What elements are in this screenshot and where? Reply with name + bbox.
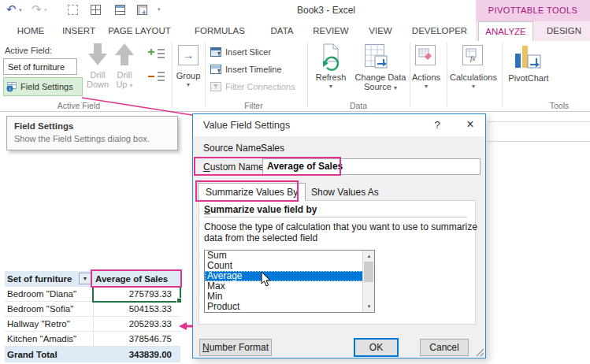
tools-group-label: Tools (536, 101, 583, 110)
field-settings-button[interactable]: i Field Settings (3, 77, 83, 96)
pivot-cell[interactable]: Grand Total (5, 347, 93, 362)
window-grid-icon[interactable] (91, 5, 101, 15)
pivot-header-col1[interactable]: Set of furniture ▼ (5, 271, 93, 287)
scroll-thumb[interactable] (364, 262, 373, 282)
tab-analyze[interactable]: ANALYZE (478, 21, 533, 41)
source-name-label: Source Name: (203, 143, 264, 154)
drill-up-button: Drill Up ▾ (109, 70, 140, 91)
pivot-cell[interactable]: Bedroom "Sofia" (5, 302, 93, 317)
insert-slicer-label: Insert Slicer (225, 47, 271, 57)
pivot-cell[interactable]: 343839.00 (93, 347, 180, 362)
resize-grip[interactable] (475, 347, 484, 357)
actions-button[interactable] (415, 45, 436, 65)
expand-field-icon[interactable] (148, 47, 165, 60)
insert-timeline-button[interactable]: Insert Timeline (210, 63, 282, 76)
tab-insert[interactable]: INSERT (58, 21, 99, 41)
undo-icon[interactable]: ↶ (6, 2, 17, 17)
source-name-value: Sales (261, 143, 284, 154)
insert-slicer-icon (210, 47, 221, 57)
calculation-listbox: Sum Count Average Max Min Product ▲ ▼ (204, 250, 375, 313)
help-icon[interactable]: ? (429, 119, 445, 131)
pivot-cell[interactable]: 275793.33 (93, 287, 180, 302)
group-separator (205, 43, 206, 107)
table-icon[interactable] (115, 5, 125, 15)
field-settings-label: Field Settings (20, 82, 73, 91)
scroll-down-icon[interactable]: ▼ (363, 301, 375, 312)
pivot-table-icon[interactable] (137, 5, 147, 15)
filter-dropdown-button[interactable]: ▼ (79, 273, 91, 284)
pivotchart-button[interactable]: PivotChart (504, 73, 553, 83)
tooltip-title: Field Settings (14, 121, 170, 131)
actions-caret-icon: ▾ (408, 82, 444, 91)
scrollbar[interactable]: ▲ ▼ (362, 251, 374, 312)
excel-window: ↶ ▾ ↷ ▾ ▾ Book3 - Excel PIVOTTABLE TOOLS… (0, 0, 590, 364)
svg-text:fx: fx (470, 54, 476, 62)
pivot-cell[interactable]: 378546.75 (93, 332, 180, 347)
tab-home[interactable]: HOME (11, 21, 50, 41)
actions-icon (418, 48, 432, 62)
number-format-button[interactable]: Number Format (199, 339, 272, 356)
pivot-cell[interactable]: Hallway "Retro" (5, 317, 93, 332)
cancel-button[interactable]: Cancel (420, 339, 469, 356)
group-button-label[interactable]: Group ▾ (172, 71, 205, 90)
pivot-cell[interactable]: 504153.33 (93, 302, 180, 317)
refresh-button[interactable]: Refresh ▾ (314, 72, 348, 91)
list-item-selected[interactable]: Average (205, 271, 374, 281)
pivot-cell[interactable]: 205293.33 (93, 317, 180, 332)
pivotchart-icon (514, 44, 542, 69)
tab-developer[interactable]: DEVELOPER (408, 21, 471, 41)
table-row: Bedroom "Diana" 275793.33 (5, 287, 180, 302)
undo-dropdown-icon[interactable]: ▾ (19, 7, 22, 13)
tab-page-layout[interactable]: PAGE LAYOUT (107, 21, 172, 41)
data-group-label: Data (327, 101, 390, 110)
close-icon[interactable]: × (461, 117, 480, 132)
filter-group-label: Filter (222, 101, 285, 110)
pivot-header-col2[interactable]: Average of Sales (93, 271, 180, 287)
tab-data[interactable]: DATA (265, 21, 299, 41)
table-row: Hallway "Retro" 205293.33 (5, 317, 180, 332)
scroll-up-icon[interactable]: ▲ (363, 251, 375, 262)
tab-review[interactable]: REVIEW (310, 21, 351, 41)
custom-name-input[interactable]: Average of Sales (262, 158, 481, 175)
collapse-field-icon[interactable] (148, 71, 165, 84)
redo-dropdown-icon: ▾ (44, 7, 47, 13)
pivot-cell[interactable]: Bedroom "Diana" (5, 287, 93, 302)
list-item[interactable]: Max (205, 281, 374, 292)
group-button[interactable]: → (178, 45, 199, 65)
tab-formulas[interactable]: FORMULAS (192, 21, 247, 41)
actions-button-label[interactable]: Actions ▾ (408, 72, 444, 91)
change-data-source-caret-icon: ▾ (394, 84, 397, 91)
tab-show-values-as[interactable]: Show Values As (304, 184, 386, 201)
filter-connections-icon (210, 82, 221, 91)
dialog-title: Value Field Settings (203, 120, 290, 131)
table-row: Kitchen "Amadis" 378546.75 (5, 332, 180, 347)
pivot-table: Set of furniture ▼ Average of Sales Bedr… (5, 271, 180, 362)
pivot-cell[interactable]: Kitchen "Amadis" (5, 332, 93, 347)
insert-timeline-icon (210, 65, 221, 74)
active-field-input[interactable]: Set of furniture (3, 58, 77, 75)
calculations-button[interactable]: fx (462, 45, 483, 65)
dashed-selection-icon[interactable] (68, 5, 78, 15)
filter-connections-button: Filter Connections (210, 80, 295, 93)
redo-icon: ↷ (32, 2, 42, 17)
mouse-cursor-icon (261, 272, 272, 288)
group-arrow-icon: → (183, 49, 194, 61)
insert-slicer-button[interactable]: Insert Slicer (210, 46, 271, 58)
tab-view[interactable]: VIEW (364, 21, 397, 41)
table-row: Bedroom "Sofia" 504153.33 (5, 302, 180, 317)
change-data-source-icon (364, 43, 389, 72)
description-line2: data from the selected field (204, 232, 317, 243)
description-line1: Choose the type of calculation that you … (204, 221, 477, 232)
worksheet-gridline (488, 141, 590, 142)
tab-summarize-values-by[interactable]: Summarize Values By (198, 183, 306, 201)
pivot-grand-total-row: Grand Total 343839.00 (5, 347, 180, 362)
ok-button[interactable]: OK (354, 338, 399, 357)
change-data-source-button[interactable]: Change Data Source ▾ (351, 72, 410, 93)
refresh-caret-icon: ▾ (314, 82, 348, 91)
active-field-group-label: Active Field (32, 101, 126, 110)
worksheet-gridline (488, 121, 590, 122)
list-item[interactable]: Product (205, 302, 374, 312)
qat-customize-icon[interactable]: ▾ (158, 6, 161, 13)
tab-design[interactable]: DESIGN (542, 21, 586, 41)
calculations-button-label[interactable]: Calculations ▾ (447, 72, 499, 91)
